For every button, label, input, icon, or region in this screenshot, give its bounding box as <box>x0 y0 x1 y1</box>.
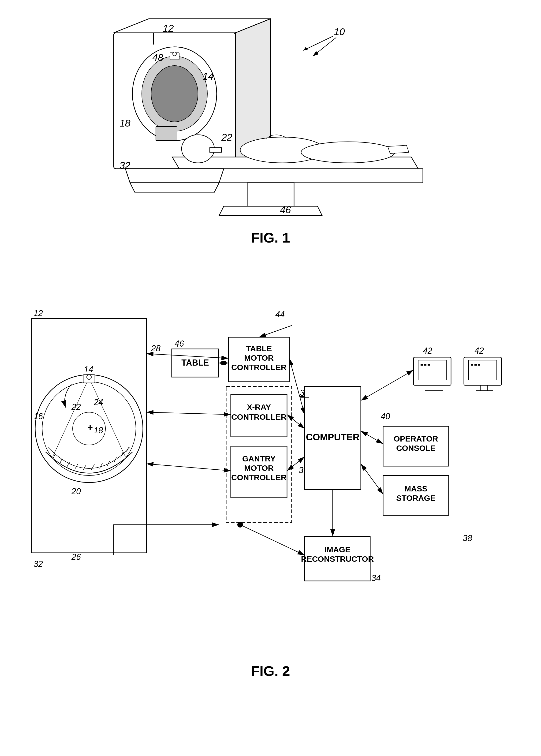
svg-text:44: 44 <box>275 310 285 319</box>
svg-text:46: 46 <box>280 204 291 215</box>
svg-text:22: 22 <box>71 402 81 412</box>
svg-line-112 <box>361 431 383 444</box>
svg-text:TABLE: TABLE <box>181 358 209 368</box>
svg-line-115 <box>361 370 413 400</box>
svg-text:12: 12 <box>34 309 43 318</box>
svg-text:32: 32 <box>34 559 43 569</box>
fig2-drawing: + 12 14 16 18 20 22 24 26 28 30 32 34 36… <box>25 260 517 658</box>
svg-text:38: 38 <box>463 533 472 543</box>
svg-line-110 <box>147 464 231 471</box>
svg-text:14: 14 <box>84 365 93 374</box>
svg-text:+: + <box>87 422 93 432</box>
svg-point-3 <box>151 66 198 122</box>
svg-rect-103 <box>474 364 477 366</box>
page: 10 12 14 18 22 32 46 48 FIG. 1 <box>0 0 541 756</box>
svg-rect-102 <box>471 364 473 366</box>
svg-text:46: 46 <box>175 339 184 349</box>
svg-text:18: 18 <box>94 425 103 435</box>
svg-line-107 <box>259 326 292 337</box>
svg-point-7 <box>301 142 395 163</box>
svg-text:42: 42 <box>423 346 432 356</box>
svg-text:34: 34 <box>371 573 381 583</box>
svg-rect-104 <box>478 364 480 366</box>
svg-rect-98 <box>469 360 497 380</box>
svg-text:12: 12 <box>163 23 174 34</box>
fig2-container: + 12 14 16 18 20 22 24 26 28 30 32 34 36… <box>19 260 522 679</box>
svg-text:CONTROLLER: CONTROLLER <box>231 412 286 421</box>
svg-line-117 <box>240 525 304 555</box>
svg-text:STORAGE: STORAGE <box>396 493 435 502</box>
svg-text:CONTROLLER: CONTROLLER <box>231 363 286 372</box>
fig1-container: 10 12 14 18 22 32 46 48 FIG. 1 <box>19 14 522 246</box>
svg-text:28: 28 <box>151 344 161 353</box>
svg-text:24: 24 <box>94 397 103 407</box>
svg-text:GANTRY: GANTRY <box>242 454 275 463</box>
svg-text:RECONSTRUCTOR: RECONSTRUCTOR <box>301 554 374 563</box>
svg-text:18: 18 <box>120 118 131 129</box>
svg-rect-96 <box>428 364 430 366</box>
fig1-drawing: 10 12 14 18 22 32 46 48 <box>83 14 458 225</box>
svg-text:10: 10 <box>334 26 345 37</box>
svg-text:26: 26 <box>71 552 81 562</box>
svg-text:16: 16 <box>34 411 43 421</box>
fig2-caption: FIG. 2 <box>251 663 290 679</box>
svg-point-9 <box>173 52 177 56</box>
svg-text:OPERATOR: OPERATOR <box>394 434 438 443</box>
svg-line-19 <box>303 36 333 50</box>
svg-text:20: 20 <box>71 486 81 496</box>
svg-text:42: 42 <box>474 346 484 356</box>
svg-text:COMPUTER: COMPUTER <box>306 432 359 442</box>
fig1-caption: FIG. 1 <box>251 230 290 246</box>
svg-rect-94 <box>420 364 423 366</box>
svg-text:MOTOR: MOTOR <box>244 354 273 362</box>
svg-text:32: 32 <box>120 160 131 171</box>
svg-text:40: 40 <box>381 411 390 421</box>
svg-text:X-RAY: X-RAY <box>247 402 271 411</box>
svg-line-109 <box>287 414 304 428</box>
svg-text:48: 48 <box>152 52 163 63</box>
svg-text:IMAGE: IMAGE <box>324 545 350 554</box>
svg-text:MASS: MASS <box>404 484 427 493</box>
svg-text:CONTROLLER: CONTROLLER <box>231 473 286 482</box>
svg-rect-95 <box>424 364 426 366</box>
svg-text:14: 14 <box>203 71 214 82</box>
svg-text:22: 22 <box>221 132 233 143</box>
svg-text:TABLE: TABLE <box>246 344 272 353</box>
svg-line-108 <box>147 412 231 414</box>
svg-rect-4 <box>156 127 177 141</box>
svg-point-39 <box>87 375 91 379</box>
svg-text:MOTOR: MOTOR <box>244 463 273 472</box>
svg-rect-90 <box>418 360 446 380</box>
svg-line-113 <box>361 464 383 494</box>
svg-text:CONSOLE: CONSOLE <box>396 443 435 452</box>
